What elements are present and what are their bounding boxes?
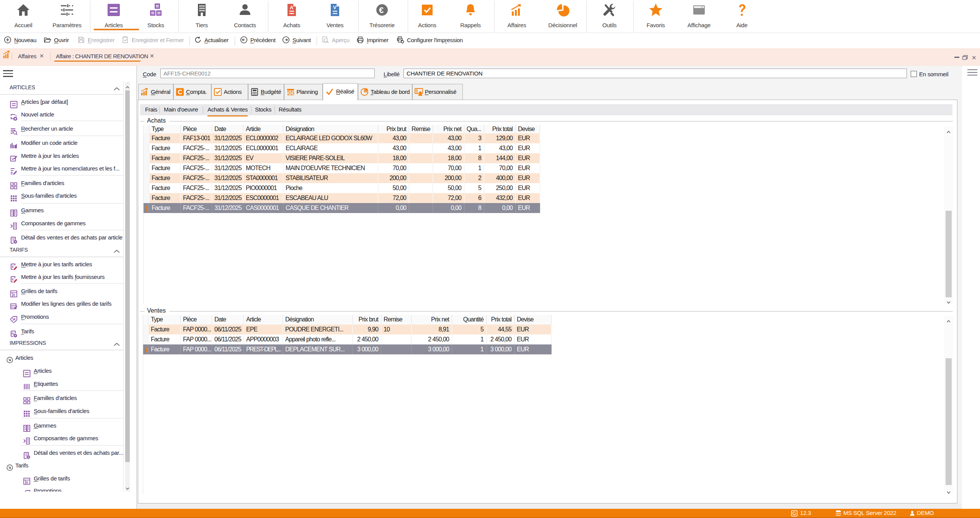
svg-text:€: € — [26, 480, 29, 484]
svg-text:A: A — [290, 5, 294, 10]
svg-text:€: € — [12, 265, 14, 269]
svg-text:C: C — [178, 89, 183, 95]
svg-text:V: V — [333, 5, 336, 10]
svg-text:€: € — [379, 5, 384, 15]
svg-text:€: € — [13, 293, 16, 297]
svg-text:€: € — [12, 277, 14, 281]
